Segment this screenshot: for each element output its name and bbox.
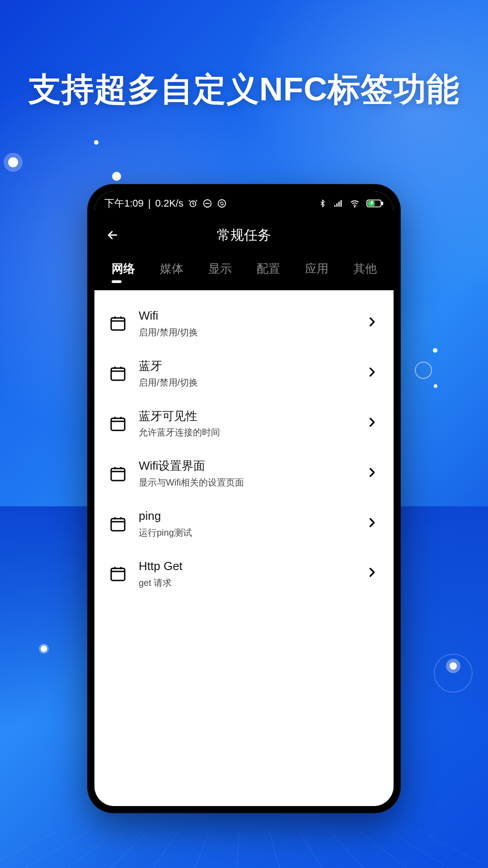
list-item-body: Wifi 启用/禁用/切换: [139, 308, 356, 339]
list-item-subtitle: 允许蓝牙连接的时间: [139, 426, 356, 439]
status-time: 下午1:09: [104, 197, 144, 210]
list-item-wifi[interactable]: Wifi 启用/禁用/切换: [104, 298, 384, 349]
list-item-bluetooth[interactable]: 蓝牙 启用/禁用/切换: [104, 349, 384, 399]
list-item-subtitle: 运行ping测试: [139, 527, 356, 539]
decor-dot: [8, 157, 18, 167]
chevron-right-icon: [366, 366, 381, 381]
tab-display[interactable]: 显示: [206, 257, 235, 285]
list-item-body: 蓝牙可见性 允许蓝牙连接的时间: [139, 409, 356, 439]
svg-rect-9: [111, 418, 125, 430]
tab-bar: 网络 媒体 显示 配置 应用 其他: [94, 255, 394, 290]
chevron-right-icon: [366, 466, 381, 481]
svg-point-2: [218, 200, 226, 208]
task-icon: [107, 312, 129, 334]
list-item-title: ping: [139, 509, 356, 524]
list-item-title: 蓝牙: [139, 359, 356, 374]
status-bar: 下午1:09 | 0.2K/s: [94, 191, 394, 216]
tab-media[interactable]: 媒体: [157, 257, 186, 285]
chevron-right-icon: [366, 566, 381, 581]
svg-rect-12: [111, 569, 125, 581]
phone-frame: 下午1:09 | 0.2K/s: [87, 184, 401, 813]
sync-icon: [217, 198, 227, 208]
task-icon: [107, 463, 129, 485]
chevron-right-icon: [366, 416, 381, 431]
decor-ring: [434, 654, 473, 693]
task-icon: [107, 363, 129, 384]
svg-point-3: [354, 206, 355, 207]
svg-rect-8: [111, 368, 125, 381]
wifi-icon: [349, 198, 360, 208]
task-icon: [107, 513, 129, 535]
svg-rect-11: [111, 519, 125, 531]
status-separator: |: [148, 198, 151, 209]
svg-rect-7: [111, 318, 125, 330]
list-item-ping[interactable]: ping 运行ping测试: [104, 499, 384, 549]
alarm-icon: [188, 198, 198, 208]
task-icon: [107, 563, 129, 585]
app-header: 常规任务: [94, 216, 394, 255]
decor-dot: [434, 384, 437, 388]
back-button[interactable]: [103, 226, 122, 244]
svg-rect-6: [381, 202, 383, 205]
list-item-title: Http Get: [139, 559, 356, 574]
task-list[interactable]: Wifi 启用/禁用/切换 蓝牙 启用/禁用/切换: [94, 290, 394, 806]
battery-icon: [366, 199, 384, 208]
chevron-right-icon: [366, 316, 381, 331]
background-grid: [0, 830, 488, 868]
promo-heading: 支持超多自定义NFC标签功能: [0, 68, 488, 111]
svg-rect-10: [111, 468, 125, 481]
list-item-title: Wifi: [139, 308, 356, 324]
decor-dot: [94, 140, 99, 145]
decor-dot: [433, 348, 437, 353]
list-item-subtitle: 启用/禁用/切换: [139, 377, 356, 389]
list-item-title: Wifi设置界面: [139, 458, 356, 474]
tab-apps[interactable]: 应用: [302, 257, 331, 285]
list-item-bt-visibility[interactable]: 蓝牙可见性 允许蓝牙连接的时间: [104, 399, 384, 449]
page-title: 常规任务: [94, 226, 394, 245]
task-icon: [107, 413, 129, 434]
decor-dot: [41, 646, 47, 652]
list-item-wifi-settings[interactable]: Wifi设置界面 显示与Wifi相关的设置页面: [104, 448, 384, 499]
list-item-subtitle: 启用/禁用/切换: [139, 326, 356, 339]
list-item-title: 蓝牙可见性: [139, 409, 356, 424]
decor-dot: [112, 172, 121, 181]
tab-other[interactable]: 其他: [351, 257, 380, 285]
tab-network[interactable]: 网络: [109, 257, 138, 285]
status-net-speed: 0.2K/s: [155, 198, 183, 209]
list-item-body: Wifi设置界面 显示与Wifi相关的设置页面: [139, 458, 356, 489]
list-item-subtitle: 显示与Wifi相关的设置页面: [139, 476, 356, 489]
signal-icon: [333, 198, 343, 208]
list-item-body: 蓝牙 启用/禁用/切换: [139, 359, 356, 389]
list-item-body: Http Get get 请求: [139, 559, 356, 589]
phone-screen: 下午1:09 | 0.2K/s: [94, 191, 394, 806]
list-item-body: ping 运行ping测试: [139, 509, 356, 539]
decor-ring: [415, 362, 432, 379]
tab-config[interactable]: 配置: [254, 257, 283, 285]
chevron-right-icon: [366, 516, 381, 532]
bluetooth-icon: [319, 198, 327, 208]
dnd-icon: [202, 198, 212, 208]
list-item-http-get[interactable]: Http Get get 请求: [104, 549, 384, 599]
list-item-subtitle: get 请求: [139, 577, 356, 589]
